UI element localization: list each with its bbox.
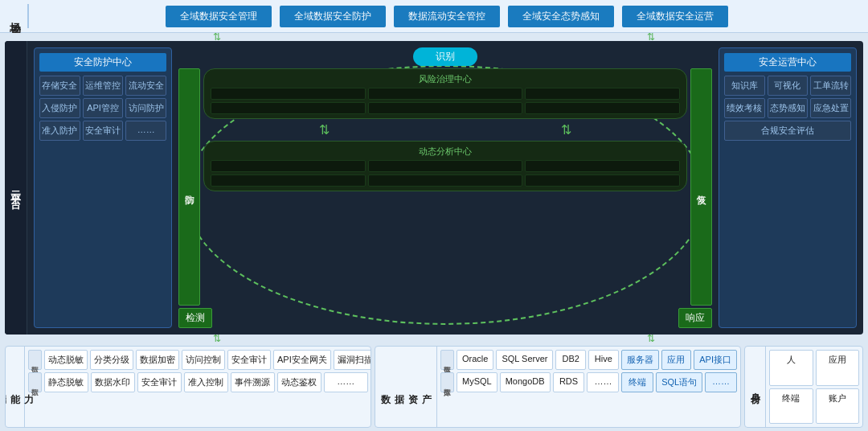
recover-side-tag: 恢复 <box>690 68 712 306</box>
ops-cell-ticket: 工单流转 <box>810 76 851 96</box>
defense-cell-api: API管控 <box>83 98 124 118</box>
data-item-mysql: MySQL <box>457 372 497 392</box>
cap-item-dots-r2: …… <box>324 372 368 392</box>
data-item-oracle: Oracle <box>457 350 493 370</box>
dynamic-cell-1 <box>211 160 366 172</box>
id-item-app: 应用 <box>816 350 860 386</box>
scene-label: 场景 <box>3 4 29 28</box>
risk-cell-2 <box>368 88 523 100</box>
identify-tag: 识别 <box>413 47 477 66</box>
dynamic-panel: 动态分析中心 <box>203 141 687 191</box>
mid-connectors: ⇅ ⇅ <box>203 122 687 138</box>
ops-row2: 绩效考核 态势感知 应急处置 <box>724 98 851 118</box>
scene-tag-0: 全域数据安全管理 <box>166 6 272 27</box>
dynamic-cell-4 <box>211 174 366 187</box>
data-item-rds: RDS <box>553 372 585 392</box>
data-item-terminal: 终端 <box>621 372 653 392</box>
dynamic-cell-2 <box>368 160 523 172</box>
data-item-sql: SQL语句 <box>656 372 702 392</box>
defense-cell-ops: 运维管控 <box>83 76 124 96</box>
data-item-sqlserver: SQL Server <box>496 350 553 370</box>
respond-tag: 响应 <box>678 308 712 328</box>
defense-cell-storage: 存储安全 <box>39 76 80 96</box>
cap-item-api-gw: API安全网关 <box>273 350 331 370</box>
identity-section: 身份 人 终端 应用 账户 <box>744 346 863 428</box>
cap-item-classify: 分类分级 <box>90 350 133 370</box>
risk-cell-5 <box>368 102 523 114</box>
ops-cell-visual: 可视化 <box>768 76 809 96</box>
ops-row3: 合规安全评估 <box>724 121 851 141</box>
data-assets-label: 数据资产 <box>375 347 437 427</box>
connector-row-1: ⇅ ⇅ <box>0 33 868 41</box>
scene-tag-1: 全域数据安全防护 <box>280 6 386 27</box>
connector-row-2: ⇅ ⇅ <box>0 335 868 343</box>
cap-item-static-desensitize: 静态脱敏 <box>44 372 88 392</box>
cap-item-admission-ctrl: 准入控制 <box>184 372 228 392</box>
data-item-dots: …… <box>587 372 619 392</box>
ops-cell-emergency: 应急处置 <box>810 98 851 118</box>
risk-cell-6 <box>525 102 680 114</box>
scene-row: 场景 全域数据安全管理 全域数据安全防护 数据流动安全管控 全域安全态势感知 全… <box>0 0 868 33</box>
risk-title: 风险治理中心 <box>211 73 680 85</box>
data-label-text: 数据资产 <box>379 386 433 388</box>
scene-tag-4: 全域数据安全运营 <box>622 6 728 27</box>
terminal-cap-section: 端能力 数据 动态脱敏 分类分级 数据加密 访问控制 安全审计 API安全网关 … <box>5 346 371 428</box>
dynamic-cell-3 <box>525 160 680 172</box>
data-sublabel-db2: 数据库 <box>440 372 454 392</box>
risk-cell-3 <box>525 88 680 100</box>
defense-side-tag: 防御 <box>178 68 200 306</box>
center-body: 防御 风险治理中心 <box>178 68 712 306</box>
id-body: 人 终端 应用 账户 <box>766 347 862 427</box>
security-ops-panel: 安全运营中心 知识库 可视化 工单流转 绩效考核 态势感知 应急处置 合规安全评… <box>719 47 857 328</box>
id-col2: 应用 账户 <box>816 350 860 424</box>
defense-cell-access: 访问防护 <box>125 98 166 118</box>
scene-tag-3: 全域安全态势感知 <box>508 6 614 27</box>
cap-item-security-audit1: 安全审计 <box>227 350 271 370</box>
ops-cell-kpi: 绩效考核 <box>724 98 765 118</box>
data-item-db2: DB2 <box>555 350 586 370</box>
id-item-terminal: 终端 <box>769 388 813 425</box>
dynamic-cell-6 <box>525 174 680 187</box>
cap-sublabel-data2: 数据 <box>28 372 42 392</box>
data-sublabel-db1: 数据库 <box>440 350 454 370</box>
mid-arrow-left: ⇅ <box>319 122 330 138</box>
data-item-api: API接口 <box>694 350 737 370</box>
bottom-row: 端能力 数据 动态脱敏 分类分级 数据加密 访问控制 安全审计 API安全网关 … <box>0 343 868 431</box>
risk-panel: 风险治理中心 <box>203 68 687 119</box>
defense-cell-flow: 流动安全 <box>125 76 166 96</box>
ops-cell-awareness: 态势感知 <box>768 98 809 118</box>
cap-item-dynamic-auth: 动态鉴权 <box>277 372 321 392</box>
scene-tags: 全域数据安全管理 全域数据安全防护 数据流动安全管控 全域安全态势感知 全域数据… <box>29 6 865 27</box>
cap-item-trace: 事件溯源 <box>231 372 275 392</box>
defense-row2: 入侵防护 API管控 访问防护 <box>39 98 166 118</box>
third-sep-2 <box>371 372 371 392</box>
risk-cell-1 <box>211 88 366 100</box>
cloud-body: 安全防护中心 存储安全 运维管控 流动安全 入侵防护 API管控 访问防护 准入… <box>27 41 863 335</box>
ops-cell-kb: 知识库 <box>724 76 765 96</box>
caps-row1: 数据 动态脱敏 分类分级 数据加密 访问控制 安全审计 API安全网关 漏洞扫描… <box>28 350 371 370</box>
scene-tag-2: 数据流动安全管控 <box>394 6 500 27</box>
id-label-text: 身份 <box>748 384 762 389</box>
cloud-label: 云平台 <box>5 41 27 335</box>
terminal-cap-label: 端能力 <box>6 347 25 427</box>
defense-row3: 准入防护 安全审计 …… <box>39 121 166 141</box>
defense-cell-intrusion: 入侵防护 <box>39 98 80 118</box>
ops-row1: 知识库 可视化 工单流转 <box>724 76 851 96</box>
defense-cell-admission: 准入防护 <box>39 121 80 141</box>
ops-panel-title: 安全运营中心 <box>724 53 851 72</box>
data-item-server: 服务器 <box>621 350 659 370</box>
id-item-person: 人 <box>769 350 813 386</box>
cap-item-watermark: 数据水印 <box>91 372 135 392</box>
data-row1: 数据库 Oracle SQL Server DB2 Hive 服务器 应用 AP… <box>440 350 737 370</box>
cap-item-dynamic-desensitize: 动态脱敏 <box>44 350 88 370</box>
mid-arrow-right: ⇅ <box>561 122 571 138</box>
cloud-center: 识别 防御 风险治理中心 <box>178 47 712 328</box>
data-row2: 数据库 MySQL MongoDB RDS …… 终端 SQL语句 …… <box>440 372 737 392</box>
cap-item-access-ctrl: 访问控制 <box>182 350 225 370</box>
data-assets-section: 数据资产 数据库 Oracle SQL Server DB2 Hive 服务器 … <box>375 346 741 428</box>
dynamic-cell-5 <box>368 174 523 187</box>
detect-respond-row: 检测 响应 <box>178 308 712 328</box>
center-main: 风险治理中心 ⇅ <box>203 68 687 306</box>
data-item-app: 应用 <box>661 350 692 370</box>
data-item-dots-blue: …… <box>705 372 737 392</box>
